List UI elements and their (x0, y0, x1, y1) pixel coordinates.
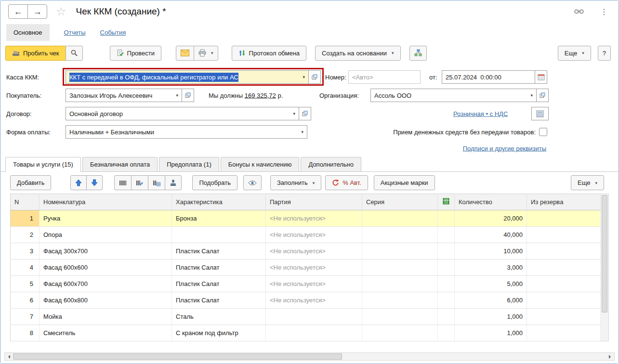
pick-items-button[interactable]: Подобрать (192, 175, 237, 190)
table-row[interactable]: 7 Мойка Сталь 1,000 (11, 309, 601, 325)
cell-quantity[interactable]: 20,000 (455, 210, 527, 227)
cell-marking[interactable] (438, 227, 455, 243)
vertical-scrollbar-thumb[interactable] (602, 195, 607, 312)
cell-marking[interactable] (438, 243, 455, 260)
nav-item-reports[interactable]: Отчеты (64, 29, 86, 36)
buyer-open-button[interactable] (182, 89, 194, 102)
cell-series[interactable] (362, 227, 438, 243)
no-goods-transfer-checkbox[interactable] (539, 128, 547, 136)
cell-reserve[interactable] (527, 227, 601, 243)
kassa-open-button[interactable] (308, 70, 321, 84)
cell-quantity[interactable]: 1,000 (455, 309, 527, 325)
cell-reserve[interactable] (527, 243, 601, 260)
cell-nomenclature[interactable]: Фасад 600x700 (40, 276, 172, 292)
payment-form-dropdown-caret[interactable]: ▾ (299, 130, 306, 134)
number-field[interactable]: <Авто> (348, 70, 421, 84)
tab-prepayment[interactable]: Предоплата (1) (159, 157, 219, 171)
cell-quantity[interactable]: 5,000 (455, 276, 527, 292)
get-link-icon[interactable] (574, 9, 584, 14)
cell-nomenclature[interactable]: Мойка (40, 309, 172, 325)
cell-nomenclature[interactable]: Смеситель (40, 325, 172, 341)
cell-series[interactable] (362, 210, 438, 227)
add-row-button[interactable]: Добавить (10, 175, 51, 190)
exchange-protocol-button[interactable]: Протокол обмена (232, 46, 307, 61)
cell-characteristic[interactable]: Пластик Салат (172, 243, 266, 260)
cell-characteristic[interactable]: Пластик Салат (172, 276, 266, 292)
cell-characteristic[interactable]: Бронза (172, 210, 266, 227)
col-quantity[interactable]: Количество (455, 194, 527, 210)
payment-form-field[interactable]: Наличными + Безналичными ▾ (66, 125, 307, 139)
contract-field[interactable]: Основной договор ▾ (66, 107, 299, 120)
contract-dropdown-caret[interactable]: ▾ (290, 111, 298, 116)
cell-reserve[interactable] (527, 210, 601, 227)
tab-additional[interactable]: Дополнительно (301, 157, 361, 171)
help-button[interactable]: ? (598, 46, 611, 61)
cell-reserve[interactable] (527, 325, 601, 341)
organization-open-button[interactable] (536, 89, 549, 102)
cell-reserve[interactable] (527, 292, 601, 309)
kassa-dropdown-caret[interactable]: ▾ (300, 75, 307, 79)
signatures-link[interactable]: Подписи и другие реквизиты (463, 145, 546, 152)
table-row[interactable]: 6 Фасад 600x800 Пластик Салат <Не исполь… (11, 292, 601, 309)
vertical-scrollbar[interactable] (601, 194, 609, 341)
excise-stamps-button[interactable]: Акцизные марки (374, 175, 435, 190)
cell-marking[interactable] (438, 309, 455, 325)
document-structure-button[interactable] (409, 46, 427, 61)
cell-characteristic[interactable]: Сталь (172, 309, 266, 325)
cell-series[interactable] (362, 243, 438, 260)
col-characteristic[interactable]: Характеристика (172, 194, 266, 210)
tab-goods-services[interactable]: Товары и услуги (15) (5, 157, 81, 172)
find-kkm-button[interactable] (66, 46, 83, 61)
tab-cashless-payment[interactable]: Безналичная оплата (82, 157, 158, 171)
print-button[interactable]: ▾ (194, 46, 218, 61)
scroll-left-button[interactable] (5, 353, 13, 360)
cell-characteristic[interactable]: Пластик Салат (172, 260, 266, 276)
cell-characteristic[interactable] (172, 227, 266, 243)
nav-item-main[interactable]: Основное (6, 24, 50, 41)
more-menu-icon[interactable]: ⋮ (597, 7, 611, 16)
barcode-list-button[interactable] (148, 175, 165, 190)
col-reserve[interactable]: Из резерва (527, 194, 601, 210)
prices-discounts-button[interactable] (531, 107, 549, 120)
price-type-link[interactable]: Розничная • с НДС (453, 110, 508, 117)
cell-characteristic[interactable]: Пластик Салат (172, 292, 266, 309)
horizontal-scrollbar-track[interactable] (342, 353, 606, 360)
buyer-dropdown-caret[interactable]: ▾ (173, 93, 181, 98)
view-mode-button[interactable] (243, 175, 262, 190)
cell-nomenclature[interactable]: Фасад 600x600 (40, 260, 172, 276)
cell-quantity[interactable]: 6,000 (455, 292, 527, 309)
send-email-button[interactable] (176, 46, 194, 61)
move-row-up-button[interactable] (70, 175, 87, 190)
cell-marking[interactable] (438, 325, 455, 341)
cell-characteristic[interactable]: С краном под фильтр (172, 325, 266, 341)
cell-batch[interactable]: <Не используется> (266, 243, 362, 260)
cell-marking[interactable] (438, 210, 455, 227)
more-actions-button[interactable]: Еще ▾ (558, 46, 591, 61)
cell-batch[interactable]: <Не используется> (266, 260, 362, 276)
scan-barcode-button[interactable] (114, 175, 132, 190)
cell-batch[interactable]: <Не используется> (266, 292, 362, 309)
create-based-on-button[interactable]: Создать на основании ▾ (315, 46, 400, 61)
cell-nomenclature[interactable]: Опора (40, 227, 172, 243)
cell-nomenclature[interactable]: Фасад 300x700 (40, 243, 172, 260)
tab-bonuses[interactable]: Бонусы к начислению (221, 157, 300, 171)
cell-reserve[interactable] (527, 309, 601, 325)
cell-reserve[interactable] (527, 260, 601, 276)
cell-series[interactable] (362, 325, 438, 341)
cell-series[interactable] (362, 276, 438, 292)
col-series[interactable]: Серия (362, 194, 438, 210)
cell-nomenclature[interactable]: Ручка (40, 210, 172, 227)
cell-quantity[interactable]: 1,000 (455, 325, 527, 341)
contract-open-button[interactable] (299, 107, 311, 120)
cell-quantity[interactable]: 10,000 (455, 243, 527, 260)
move-row-down-button[interactable] (86, 175, 103, 190)
table-row[interactable]: 4 Фасад 600x600 Пластик Салат <Не исполь… (11, 260, 601, 276)
table-row[interactable]: 3 Фасад 300x700 Пластик Салат <Не исполь… (11, 243, 601, 260)
print-check-button[interactable]: Пробить чек (5, 46, 66, 61)
cell-batch[interactable]: <Не используется> (266, 210, 362, 227)
favorite-star-icon[interactable]: ☆ (56, 5, 66, 18)
cell-series[interactable] (362, 292, 438, 309)
cell-marking[interactable] (438, 276, 455, 292)
cell-series[interactable] (362, 260, 438, 276)
horizontal-scrollbar[interactable] (4, 352, 615, 361)
